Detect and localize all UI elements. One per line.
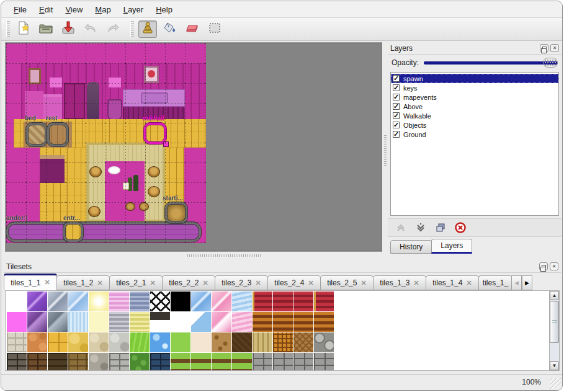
palette-tile[interactable]	[171, 292, 190, 311]
palette-tile[interactable]	[68, 353, 88, 371]
map-object-start[interactable]	[165, 202, 187, 223]
map-canvas[interactable]: bed rest mikhail andor:) entr... starti.…	[6, 43, 206, 243]
menu-edit[interactable]: Edit	[33, 2, 59, 17]
palette-tile[interactable]	[191, 292, 211, 311]
layer-visibility-checkbox[interactable]	[393, 112, 400, 119]
palette-tile[interactable]	[150, 312, 170, 332]
tileset-tab[interactable]: tiles_1_4✕	[426, 275, 479, 290]
tileset-tab[interactable]: tiles_2_5✕	[320, 275, 374, 290]
layer-visibility-checkbox[interactable]	[393, 131, 400, 138]
palette-tile[interactable]	[89, 332, 109, 352]
palette-tile[interactable]	[212, 353, 231, 371]
redo-button[interactable]	[104, 20, 122, 38]
tileset-tab[interactable]: tiles_1_3✕	[373, 275, 426, 290]
palette-tile[interactable]	[273, 312, 293, 332]
palette-tile[interactable]	[150, 292, 170, 311]
palette-tile[interactable]	[293, 332, 313, 352]
palette-tile[interactable]	[191, 312, 211, 332]
close-panel-icon[interactable]: ✕	[550, 44, 559, 52]
opacity-slider[interactable]	[424, 57, 558, 68]
tab-close-icon[interactable]: ✕	[466, 279, 472, 287]
palette-tile[interactable]	[191, 353, 211, 371]
new-map-button[interactable]	[14, 20, 33, 38]
palette-tile[interactable]	[314, 312, 334, 332]
palette-tile[interactable]	[27, 353, 47, 371]
palette-tile[interactable]	[109, 332, 129, 352]
tab-close-icon[interactable]: ✕	[360, 279, 366, 287]
layer-visibility-checkbox[interactable]	[393, 84, 400, 91]
palette-tile[interactable]	[48, 292, 68, 311]
map-object-marker[interactable]	[6, 222, 201, 242]
float-panel-icon[interactable]	[539, 262, 548, 270]
palette-scrollbar[interactable]: ▲ ▼	[549, 291, 559, 370]
layer-row-walkable[interactable]: Walkable	[391, 111, 558, 120]
menu-help[interactable]: Help	[150, 2, 179, 17]
tileset-tab[interactable]: tiles_2_1✕	[109, 275, 163, 290]
palette-tile[interactable]	[7, 312, 27, 332]
tab-history[interactable]: History	[390, 240, 432, 254]
palette-tile[interactable]	[232, 292, 252, 311]
palette-tile[interactable]	[48, 332, 68, 352]
scroll-up-icon[interactable]: ▲	[550, 291, 559, 300]
palette-tile[interactable]	[171, 332, 190, 352]
tab-close-icon[interactable]: ✕	[150, 279, 155, 287]
palette-tile[interactable]	[89, 312, 109, 332]
toolbar-drag-handle[interactable]	[6, 21, 10, 37]
map-object-resize-handle[interactable]	[163, 141, 169, 147]
map-object-entrance[interactable]	[63, 222, 83, 242]
palette-tile[interactable]	[212, 312, 231, 332]
layer-row-keys[interactable]: keys	[391, 83, 558, 92]
palette-tile[interactable]	[273, 353, 293, 371]
palette-tile[interactable]	[150, 353, 170, 371]
palette-tile[interactable]	[109, 292, 129, 311]
toolbar-drag-handle[interactable]	[130, 21, 134, 37]
resize-grip[interactable]	[550, 378, 561, 389]
layer-visibility-checkbox[interactable]	[393, 122, 400, 128]
save-map-button[interactable]	[59, 20, 78, 38]
tileset-tab[interactable]: tiles_1_2✕	[56, 275, 110, 290]
palette-tile[interactable]	[68, 292, 88, 311]
vertical-splitter[interactable]	[383, 42, 388, 252]
palette-tile[interactable]	[68, 312, 88, 332]
tab-scroll-right-icon[interactable]: ▶	[522, 275, 532, 290]
opacity-slider-handle[interactable]	[543, 58, 558, 68]
palette-tile[interactable]	[48, 353, 68, 371]
menu-map[interactable]: Map	[89, 2, 117, 17]
tab-close-icon[interactable]: ✕	[44, 278, 50, 287]
palette-tile[interactable]	[191, 332, 211, 352]
delete-layer-button[interactable]	[452, 220, 468, 235]
palette-tile[interactable]	[130, 312, 150, 332]
layer-visibility-checkbox[interactable]	[393, 75, 400, 82]
palette-tile[interactable]	[314, 332, 334, 352]
palette-tile[interactable]	[293, 312, 313, 332]
layer-row-mapevents[interactable]: mapevents	[391, 92, 558, 102]
palette-tile[interactable]	[253, 312, 272, 332]
layer-row-spawn[interactable]: spawn	[391, 74, 558, 83]
tileset-tab[interactable]: tiles_1_1✕	[4, 274, 57, 290]
tileset-tab[interactable]: tiles_2_4✕	[267, 275, 321, 290]
palette-tile[interactable]	[150, 332, 170, 352]
close-panel-icon[interactable]: ✕	[550, 262, 558, 270]
tab-close-icon[interactable]: ✕	[97, 279, 102, 287]
palette-tile[interactable]	[7, 332, 27, 352]
raise-layer-button[interactable]	[393, 220, 409, 235]
layer-visibility-checkbox[interactable]	[393, 94, 400, 100]
tab-close-icon[interactable]: ✕	[413, 279, 419, 287]
undo-button[interactable]	[81, 20, 100, 38]
horizontal-splitter[interactable]	[1, 252, 383, 258]
float-panel-icon[interactable]	[540, 44, 548, 52]
layer-row-objects[interactable]: Objects	[391, 120, 558, 130]
tab-scroll-left-icon[interactable]: ◀	[511, 275, 522, 290]
palette-tile[interactable]	[68, 332, 88, 352]
palette-tile[interactable]	[171, 353, 190, 371]
palette-tile[interactable]	[27, 312, 47, 332]
palette-tile[interactable]	[171, 312, 190, 332]
stamp-tool-button[interactable]	[138, 20, 157, 38]
palette-tile[interactable]	[212, 332, 231, 352]
palette-tile[interactable]	[48, 312, 68, 332]
tab-close-icon[interactable]: ✕	[255, 279, 261, 287]
lower-layer-button[interactable]	[413, 220, 429, 235]
layer-row-above[interactable]: Above	[391, 102, 558, 111]
palette-tile[interactable]	[293, 292, 313, 311]
tileset-tab[interactable]: tiles_1_	[478, 275, 512, 290]
